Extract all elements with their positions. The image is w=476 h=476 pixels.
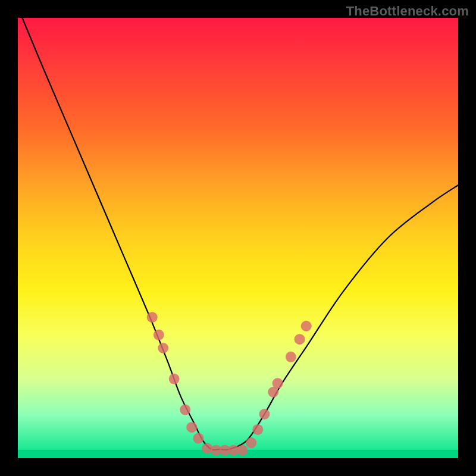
data-point [252, 424, 263, 435]
chart-frame: TheBottleneck.com [0, 0, 476, 476]
data-point [158, 343, 168, 353]
data-point [147, 312, 158, 322]
data-point [295, 334, 305, 345]
data-point [237, 445, 248, 456]
data-point [154, 330, 164, 340]
data-point [169, 374, 180, 384]
data-point [246, 437, 256, 448]
bottleneck-curve [18, 18, 458, 458]
data-point [273, 378, 283, 389]
data-point [193, 433, 203, 444]
plot-area [18, 18, 458, 458]
data-point [259, 409, 270, 419]
data-point [301, 321, 312, 331]
data-point [202, 443, 212, 454]
data-point [286, 352, 296, 362]
watermark-text: TheBottleneck.com [346, 4, 469, 19]
data-point [186, 422, 197, 433]
data-point [180, 405, 190, 415]
